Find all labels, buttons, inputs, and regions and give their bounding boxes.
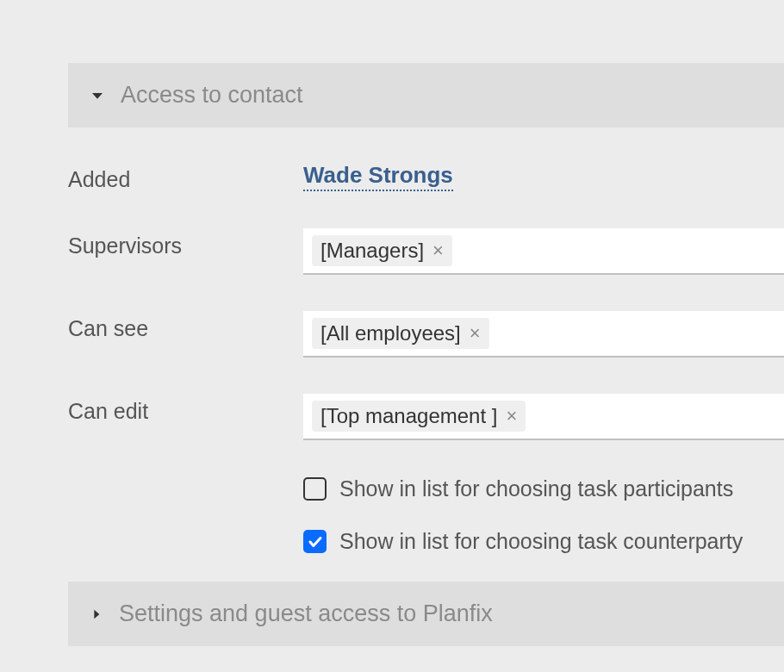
supervisors-input[interactable]: [Managers] × — [303, 228, 784, 275]
checkbox-participants[interactable] — [303, 477, 327, 501]
can-edit-input[interactable]: [Top management ] × — [303, 394, 784, 440]
can-see-input[interactable]: [All employees] × — [303, 311, 784, 358]
label-supervisors: Supervisors — [68, 228, 303, 258]
tag-label: [Top management ] — [320, 404, 497, 428]
close-icon[interactable]: × — [470, 324, 481, 343]
checkbox-counterparty[interactable] — [303, 530, 327, 553]
tag-all-employees: [All employees] × — [312, 318, 489, 349]
row-can-edit: Can edit [Top management ] × — [68, 394, 784, 440]
section-title: Settings and guest access to Planfix — [119, 600, 493, 627]
section-header-settings[interactable]: Settings and guest access to Planfix — [68, 582, 784, 646]
close-icon[interactable]: × — [432, 241, 444, 260]
chevron-right-icon — [90, 607, 103, 621]
row-added: Added Wade Strongs — [68, 162, 784, 192]
chevron-down-icon — [90, 88, 105, 103]
added-link[interactable]: Wade Strongs — [303, 162, 453, 191]
checkbox-row-counterparty: Show in list for choosing task counterpa… — [303, 529, 784, 554]
section-title: Access to contact — [121, 82, 303, 109]
tag-top-management: [Top management ] × — [312, 401, 526, 432]
label-can-see: Can see — [68, 311, 303, 341]
checkbox-row-participants: Show in list for choosing task participa… — [303, 476, 784, 501]
tag-label: [All employees] — [320, 321, 461, 345]
row-can-see: Can see [All employees] × — [68, 311, 784, 358]
tag-managers: [Managers] × — [312, 235, 452, 266]
checkbox-label-counterparty: Show in list for choosing task counterpa… — [339, 529, 743, 554]
label-can-edit: Can edit — [68, 394, 303, 424]
label-added: Added — [68, 162, 303, 192]
row-supervisors: Supervisors [Managers] × — [68, 228, 784, 275]
close-icon[interactable]: × — [506, 407, 517, 426]
section-header-access[interactable]: Access to contact — [68, 63, 784, 128]
tag-label: [Managers] — [320, 239, 424, 263]
checkbox-label-participants: Show in list for choosing task participa… — [339, 476, 733, 501]
